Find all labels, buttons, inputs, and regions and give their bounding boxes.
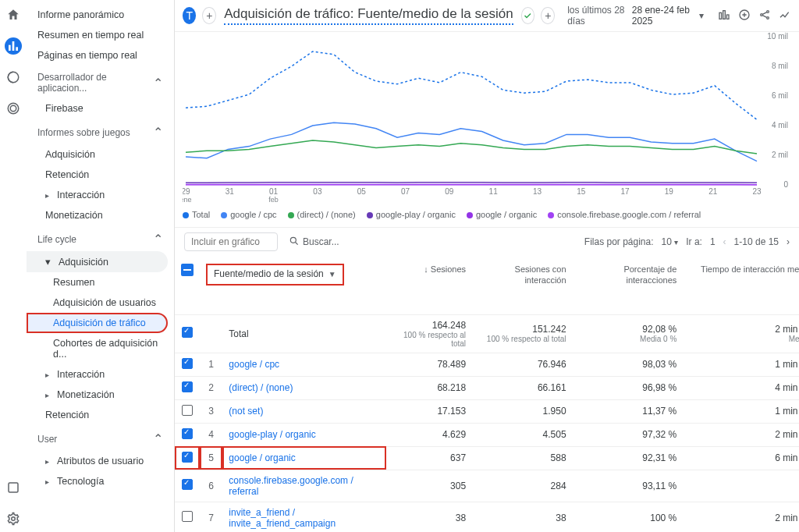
- home-icon[interactable]: [5, 6, 22, 23]
- save-report-icon[interactable]: [521, 7, 535, 24]
- date-range-picker[interactable]: los últimos 28 días 28 ene-24 feb 2025 ▾: [567, 5, 704, 27]
- trend-icon[interactable]: [779, 9, 791, 23]
- rows-per-page-value[interactable]: 10 ▾: [662, 236, 679, 247]
- sidebar-item-games-mon[interactable]: Monetización: [27, 205, 174, 225]
- svg-point-4: [10, 105, 16, 112]
- svg-text:2 mil: 2 mil: [772, 151, 788, 159]
- select-all-checkbox[interactable]: [181, 264, 194, 276]
- page-range: 1-10 de 15: [734, 236, 779, 247]
- table-row[interactable]: 1google / cpc78.48976.94698,03 %1 min y …: [175, 353, 799, 376]
- table-row[interactable]: 3(not set)17.1531.95011,37 %1 min y 10 s…: [175, 399, 799, 423]
- sidebar-item-overview[interactable]: Informe panorámico: [27, 5, 174, 25]
- ads-icon[interactable]: [5, 100, 22, 117]
- next-page-button[interactable]: ›: [787, 236, 790, 247]
- settings-icon[interactable]: [5, 510, 22, 527]
- search-field[interactable]: Buscar...: [289, 236, 339, 249]
- segment-pill-all[interactable]: T: [183, 7, 196, 24]
- svg-text:01: 01: [269, 187, 279, 196]
- table-row[interactable]: 7invite_a_friend / invite_a_friend_campa…: [175, 502, 799, 532]
- legend-item[interactable]: google / organic: [467, 210, 537, 219]
- add-metric-button[interactable]: +: [541, 7, 555, 24]
- svg-text:15: 15: [577, 187, 586, 196]
- add-segment-button[interactable]: +: [202, 7, 216, 24]
- legend-item[interactable]: google-play / organic: [367, 210, 456, 219]
- sidebar-item-interaction[interactable]: Interacción: [27, 364, 174, 385]
- svg-text:19: 19: [665, 187, 674, 196]
- sidebar-item-games-int[interactable]: Interacción: [27, 185, 174, 205]
- dimension-link[interactable]: google / cpc: [229, 359, 279, 370]
- dimension-selector[interactable]: Fuente/medio de la sesión▼: [206, 264, 344, 286]
- dimension-link[interactable]: console.firebase.google.com / referral: [229, 475, 353, 497]
- svg-rect-2: [16, 47, 18, 51]
- svg-text:29: 29: [183, 187, 190, 196]
- svg-rect-9: [723, 10, 726, 19]
- data-table: Fuente/medio de la sesión▼ ↓ Sesiones Se…: [175, 256, 799, 532]
- svg-text:ene: ene: [183, 196, 192, 204]
- sidebar-item-realtime-pages[interactable]: Páginas en tiempo real: [27, 45, 174, 66]
- goto-label: Ir a:: [686, 236, 702, 247]
- sidebar-section-lifecycle[interactable]: Life cycle⌃: [27, 225, 174, 251]
- sidebar-item-firebase[interactable]: Firebase: [27, 98, 174, 119]
- sidebar-item-acq-cohorts[interactable]: Cohortes de adquisición d...: [27, 333, 174, 364]
- sidebar-item-monetization[interactable]: Monetización: [27, 385, 174, 405]
- row-checkbox[interactable]: [182, 358, 193, 369]
- row-checkbox[interactable]: [182, 428, 193, 439]
- sidebar-item-retention[interactable]: Retención: [27, 405, 174, 425]
- table-row[interactable]: 4google-play / organic4.6294.50597,32 %2…: [175, 423, 799, 446]
- row-checkbox[interactable]: [182, 511, 193, 522]
- dimension-link[interactable]: (direct) / (none): [229, 382, 293, 393]
- sidebar-item-games-ret[interactable]: Retención: [27, 165, 174, 185]
- line-chart[interactable]: 02 mil4 mil6 mil8 mil10 mil29ene3101feb0…: [183, 32, 791, 207]
- svg-text:6 mil: 6 mil: [772, 91, 788, 100]
- explore-icon[interactable]: [5, 69, 22, 86]
- legend-item[interactable]: Total: [183, 210, 210, 219]
- col-avg-time[interactable]: Tiempo de interacción medio por sesión: [683, 256, 799, 314]
- table-row[interactable]: 5google / organic63758892,31 %6 min y 19…: [175, 446, 799, 470]
- dimension-link[interactable]: google-play / organic: [229, 429, 315, 440]
- goto-value[interactable]: 1: [710, 236, 716, 247]
- reports-icon[interactable]: [5, 37, 22, 55]
- row-checkbox[interactable]: [182, 452, 193, 463]
- chevron-up-icon: ⌃: [153, 76, 163, 90]
- sidebar-item-acq-users[interactable]: Adquisición de usuarios: [27, 293, 174, 313]
- insights-icon[interactable]: [738, 9, 751, 23]
- row-checkbox[interactable]: [182, 327, 193, 338]
- chevron-up-icon: ⌃: [153, 431, 163, 446]
- sidebar-item-acq-traffic[interactable]: Adquisición de tráfico: [27, 313, 168, 333]
- library-icon[interactable]: [5, 479, 22, 496]
- legend-item[interactable]: console.firebase.google.com / referral: [548, 210, 701, 219]
- svg-text:4 mil: 4 mil: [772, 121, 788, 129]
- table-row[interactable]: 6console.firebase.google.com / referral3…: [175, 470, 799, 502]
- table-row[interactable]: 2(direct) / (none)68.21866.16196,98 %4 m…: [175, 376, 799, 399]
- chevron-up-icon: ⌃: [153, 232, 163, 246]
- sidebar-item-tech[interactable]: Tecnología: [27, 471, 174, 491]
- sidebar-item-acquisition[interactable]: ▾Adquisición: [27, 251, 168, 272]
- compare-icon[interactable]: [718, 9, 730, 23]
- sidebar-section-developer[interactable]: Desarrollador de aplicacion...⌃: [27, 66, 174, 98]
- dimension-link[interactable]: (not set): [229, 406, 263, 417]
- col-engaged[interactable]: Sesiones con interacción: [472, 256, 573, 314]
- sidebar-item-games-acq[interactable]: Adquisición: [27, 144, 174, 165]
- svg-text:21: 21: [708, 187, 718, 196]
- col-sessions[interactable]: ↓ Sesiones: [386, 256, 472, 314]
- share-icon[interactable]: [758, 9, 771, 23]
- dimension-link[interactable]: invite_a_friend / invite_a_friend_campai…: [229, 507, 336, 529]
- chevron-up-icon: ⌃: [153, 125, 163, 140]
- sidebar-item-realtime[interactable]: Resumen en tiempo real: [27, 25, 174, 45]
- row-checkbox[interactable]: [182, 479, 193, 490]
- legend-item[interactable]: google / cpc: [221, 210, 276, 219]
- sidebar-section-user[interactable]: User⌃: [27, 425, 174, 451]
- legend-item[interactable]: (direct) / (none): [288, 210, 356, 219]
- row-checkbox[interactable]: [182, 381, 193, 392]
- plot-include-input[interactable]: [184, 232, 278, 251]
- prev-page-button[interactable]: ‹: [723, 236, 726, 247]
- sidebar-item-acq-summary[interactable]: Resumen: [27, 272, 174, 293]
- sidebar-section-games[interactable]: Informes sobre juegos⌃: [27, 119, 174, 144]
- dimension-link[interactable]: google / organic: [229, 452, 295, 463]
- sidebar: Informe panorámico Resumen en tiempo rea…: [27, 0, 175, 532]
- table-controls: Buscar... Filas por página: 10 ▾ Ir a: 1…: [175, 227, 799, 256]
- sidebar-item-user-attrs[interactable]: Atributos de usuario: [27, 451, 174, 471]
- svg-text:10 mil: 10 mil: [767, 32, 788, 41]
- row-checkbox[interactable]: [182, 405, 193, 416]
- col-rate[interactable]: Porcentaje de interacciones: [573, 256, 684, 314]
